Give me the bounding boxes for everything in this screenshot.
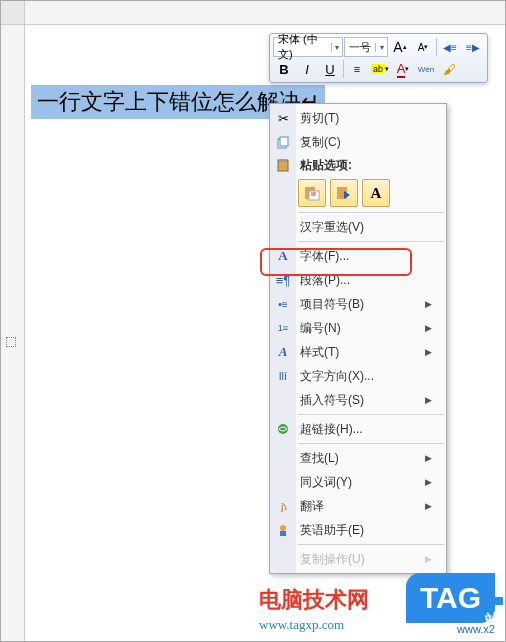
mini-toolbar: 宋体 (中文) ▾ 一号 ▾ A▴ A▾ ◀≡ ≡▶ B I U ≡ ab▾ A… [269, 33, 488, 83]
svg-point-8 [280, 525, 286, 531]
decrease-indent-button[interactable]: ◀≡ [439, 37, 461, 57]
text-content: 一行文字上下错位怎么解决 [37, 89, 301, 114]
watermark-title: 电脑技术网 [259, 585, 369, 615]
menu-paragraph[interactable]: ≡¶ 段落(P)... [270, 268, 446, 292]
font-icon: A [274, 247, 292, 265]
menu-text-direction[interactable]: llí 文字方向(X)... [270, 364, 446, 388]
menu-separator [298, 414, 444, 415]
text-direction-icon: llí [274, 367, 292, 385]
watermark-url: www.tagxp.com [259, 617, 369, 633]
grow-font-button[interactable]: A▴ [389, 37, 411, 57]
menu-other-ops: 复制操作(U) ▶ [270, 547, 446, 571]
highlight-button[interactable]: ab▾ [369, 59, 391, 79]
shrink-font-button[interactable]: A▾ [412, 37, 434, 57]
chevron-right-icon: ▶ [425, 299, 432, 309]
menu-insert-symbol[interactable]: 插入符号(S) ▶ [270, 388, 446, 412]
font-color-button[interactable]: A▾ [392, 59, 414, 79]
menu-find[interactable]: 查找(L) ▶ [270, 446, 446, 470]
font-size-value: 一号 [345, 40, 375, 55]
increase-indent-button[interactable]: ≡▶ [462, 37, 484, 57]
ruler-corner [1, 1, 25, 25]
menu-separator [298, 212, 444, 213]
menu-bullets[interactable]: •≡ 项目符号(B) ▶ [270, 292, 446, 316]
menu-separator [298, 241, 444, 242]
paste-text-only-button[interactable]: A [362, 179, 390, 207]
format-painter-button[interactable]: 🖌 [438, 59, 460, 79]
chevron-right-icon: ▶ [425, 347, 432, 357]
menu-cut[interactable]: ✂ 剪切(T) [270, 106, 446, 130]
underline-button[interactable]: U [319, 59, 341, 79]
menu-font[interactable]: A 字体(F)... [270, 244, 446, 268]
paste-options-row: A [270, 176, 446, 210]
menu-synonyms[interactable]: 同义词(Y) ▶ [270, 470, 446, 494]
numbering-icon: 1≡ [274, 319, 292, 337]
paste-keep-formatting-button[interactable] [298, 179, 326, 207]
chevron-right-icon: ▶ [425, 395, 432, 405]
chevron-right-icon: ▶ [425, 323, 432, 333]
ruler-horizontal[interactable] [25, 1, 505, 25]
chevron-right-icon: ▶ [425, 554, 432, 564]
chevron-right-icon: ▶ [425, 453, 432, 463]
phonetic-guide-button[interactable]: Wén [415, 59, 437, 79]
watermark: 电脑技术网 www.tagxp.com [259, 585, 369, 633]
translate-icon: 𐌰 [274, 497, 292, 515]
menu-styles[interactable]: A 样式(T) ▶ [270, 340, 446, 364]
paste-merge-formatting-button[interactable] [330, 179, 358, 207]
menu-separator [298, 544, 444, 545]
svg-rect-3 [280, 159, 286, 162]
menu-reconvert[interactable]: 汉字重选(V) [270, 215, 446, 239]
assistant-icon [274, 521, 292, 539]
clipboard-icon [274, 156, 292, 174]
section-break-marker [6, 337, 16, 347]
menu-paste-header: 粘贴选项: [270, 154, 446, 176]
svg-rect-1 [280, 137, 288, 146]
chevron-down-icon: ▾ [331, 43, 342, 52]
ruler-vertical[interactable] [1, 25, 25, 641]
svg-rect-9 [280, 531, 286, 536]
menu-hyperlink[interactable]: 超链接(H)... [270, 417, 446, 441]
hyperlink-icon [274, 420, 292, 438]
scissors-icon: ✂ [274, 109, 292, 127]
font-size-dropdown[interactable]: 一号 ▾ [344, 37, 388, 57]
paragraph-icon: ≡¶ [274, 271, 292, 289]
align-center-button[interactable]: ≡ [346, 59, 368, 79]
italic-button[interactable]: I [296, 59, 318, 79]
font-name-value: 宋体 (中文) [274, 32, 331, 62]
menu-translate[interactable]: 𐌰 翻译 ▶ [270, 494, 446, 518]
tag-sub-url: www.x2 [457, 623, 495, 635]
chevron-right-icon: ▶ [425, 477, 432, 487]
bullets-icon: •≡ [274, 295, 292, 313]
bold-button[interactable]: B [273, 59, 295, 79]
tag-side: 站 [481, 597, 503, 605]
menu-copy[interactable]: 复制(C) [270, 130, 446, 154]
copy-icon [274, 133, 292, 151]
context-menu: ✂ 剪切(T) 复制(C) 粘贴选项: A 汉字重选(V) A 字体(F)...… [269, 103, 447, 574]
chevron-right-icon: ▶ [425, 501, 432, 511]
menu-english-assistant[interactable]: 英语助手(E) [270, 518, 446, 542]
chevron-down-icon: ▾ [375, 43, 387, 52]
menu-numbering[interactable]: 1≡ 编号(N) ▶ [270, 316, 446, 340]
font-name-dropdown[interactable]: 宋体 (中文) ▾ [273, 37, 343, 57]
menu-separator [298, 443, 444, 444]
styles-icon: A [274, 343, 292, 361]
